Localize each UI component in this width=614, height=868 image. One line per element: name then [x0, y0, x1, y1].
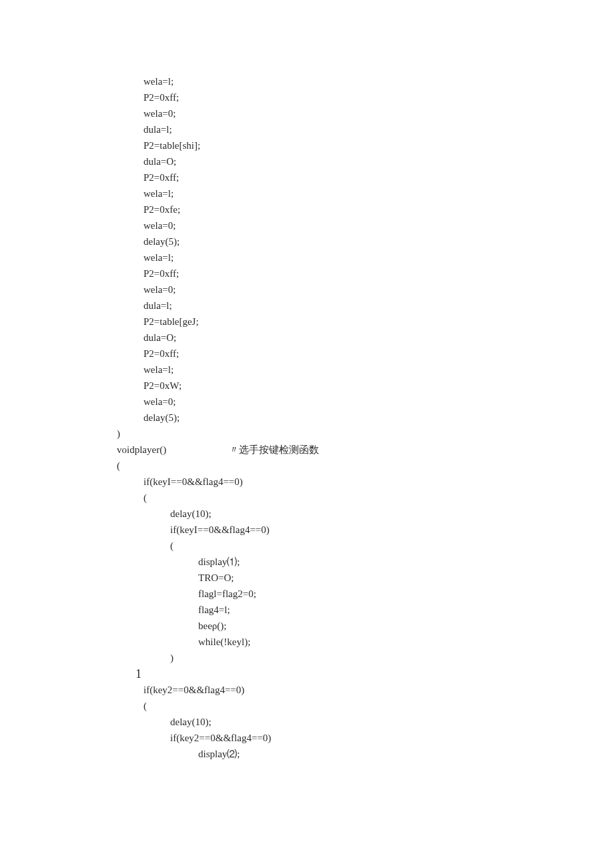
code-text: if(keyI==0&&flag4==0)	[170, 524, 270, 535]
code-text: P2=0xW;	[143, 380, 182, 391]
code-text: dula=l;	[143, 300, 172, 311]
code-line: P2=0xff;	[117, 266, 614, 282]
code-text: P2=0xff;	[143, 268, 179, 279]
code-line: P2=0xW;	[117, 378, 614, 394]
code-line: )	[117, 650, 614, 666]
code-text: P2=table[geJ;	[143, 316, 199, 327]
code-text: wela=0;	[143, 396, 176, 407]
code-text: display⑵;	[198, 749, 240, 759]
code-text: wela=0;	[143, 284, 176, 295]
code-text: P2=0xff;	[143, 92, 179, 103]
code-line: voidplayer() 选手按键检测函数	[117, 442, 614, 458]
comment: 选手按键检测函数	[229, 442, 319, 458]
code-text: wela=l;	[143, 188, 174, 199]
code-line: flagl=flag2=0;	[117, 586, 614, 602]
code-line: dula=O;	[117, 153, 614, 169]
code-line: wela=0;	[117, 218, 614, 234]
code-text: dula=l;	[143, 124, 172, 135]
code-text: if(key2==0&&flag4==0)	[170, 733, 271, 743]
code-text: )	[170, 653, 174, 663]
code-text: (	[143, 701, 147, 711]
code-text: TRO=O;	[198, 572, 234, 583]
code-line: P2=0xff;	[117, 346, 614, 362]
code-text: wela=l;	[143, 364, 174, 375]
code-text: dula=O;	[143, 332, 176, 343]
code-line: display⑵;	[117, 746, 614, 762]
code-text: wela=l;	[143, 76, 174, 87]
code-line: )	[117, 426, 614, 442]
code-text: (	[170, 540, 174, 551]
code-block: wela=l;P2=0xff;wela=0;dula=l;P2=table[sh…	[117, 73, 614, 762]
code-line: (	[117, 490, 614, 506]
comment-text: 选手按键检测函数	[239, 444, 319, 455]
code-text: while(!keyl);	[198, 636, 250, 647]
code-line: wela=l;	[117, 362, 614, 378]
code-text: wela=l;	[143, 252, 174, 263]
code-line: dula=O;	[117, 330, 614, 346]
code-text: flagl=flag2=0;	[198, 588, 256, 599]
code-text: flag4=l;	[198, 604, 230, 615]
code-text: beeρ();	[198, 620, 226, 631]
code-line: delay(10);	[117, 506, 614, 522]
code-line: flag4=l;	[117, 602, 614, 618]
code-text: (	[117, 460, 120, 471]
code-text: wela=0;	[143, 220, 176, 231]
code-text: 1	[135, 667, 141, 681]
code-text: )	[117, 428, 120, 439]
code-line: wela=l;	[117, 250, 614, 266]
code-page: wela=l;P2=0xff;wela=0;dula=l;P2=table[sh…	[0, 0, 614, 868]
code-line: P2=table[geJ;	[117, 314, 614, 330]
code-line: (	[117, 538, 614, 554]
code-text: delay(5);	[143, 236, 180, 247]
code-line: while(!keyl);	[117, 634, 614, 650]
code-text: delay(5);	[143, 412, 180, 423]
code-text: P2=table[shi];	[143, 140, 200, 151]
code-text: delay(10);	[170, 508, 212, 519]
code-text: voidplayer()	[117, 444, 166, 455]
code-text: P2=0xff;	[143, 348, 179, 359]
spacer	[166, 444, 229, 455]
code-line: wela=l;	[117, 73, 614, 89]
code-text: if(keyI==0&&flag4==0)	[143, 476, 243, 487]
code-text: P2=0xff;	[143, 172, 179, 183]
code-line: wela=l;	[117, 185, 614, 201]
code-text: dula=O;	[143, 156, 176, 167]
code-line: P2=0xff;	[117, 169, 614, 185]
code-text: wela=0;	[143, 108, 176, 119]
code-line: delay(10);	[117, 714, 614, 730]
code-text: if(key2==0&&flag4==0)	[143, 685, 244, 695]
code-line: if(key2==0&&flag4==0)	[117, 730, 614, 746]
code-line: wela=0;	[117, 394, 614, 410]
code-line: wela=0;	[117, 282, 614, 298]
comment-marker-icon	[229, 444, 239, 455]
code-text: P2=0xfe;	[143, 204, 180, 215]
code-line: delay(5);	[117, 410, 614, 426]
code-line: (	[117, 698, 614, 714]
code-line: wela=0;	[117, 105, 614, 121]
code-line: delay(5);	[117, 234, 614, 250]
code-line: if(keyI==0&&flag4==0)	[117, 522, 614, 538]
code-line: P2=0xfe;	[117, 201, 614, 218]
code-line: P2=table[shi];	[117, 137, 614, 153]
code-text: delay(10);	[170, 717, 212, 727]
code-line: 1	[117, 666, 614, 682]
code-line: (	[117, 458, 614, 474]
code-line: dula=l;	[117, 121, 614, 137]
code-text: display⑴;	[198, 556, 240, 567]
code-line: beeρ();	[117, 618, 614, 634]
code-line: P2=0xff;	[117, 89, 614, 105]
code-text: (	[143, 492, 147, 503]
code-line: dula=l;	[117, 298, 614, 314]
code-line: display⑴;	[117, 554, 614, 570]
code-line: if(key2==0&&flag4==0)	[117, 682, 614, 698]
code-line: if(keyI==0&&flag4==0)	[117, 474, 614, 490]
code-line: TRO=O;	[117, 570, 614, 586]
